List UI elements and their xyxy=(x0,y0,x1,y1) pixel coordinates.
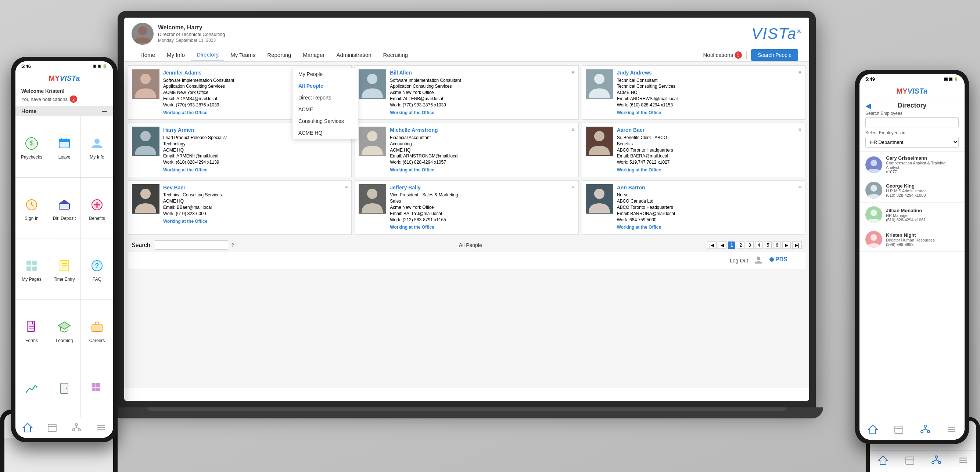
nav-administration[interactable]: Administration xyxy=(331,49,377,61)
tile-my-info[interactable]: My Info xyxy=(81,116,113,177)
person-card-7[interactable]: Jeffery Bally Vice President - Sales & M… xyxy=(355,180,578,234)
br-nav-menu-icon[interactable] xyxy=(958,455,968,467)
page-3-btn[interactable]: 3 xyxy=(746,241,754,249)
search-help-icon[interactable]: ? xyxy=(231,242,234,248)
person-info-8: Ann Barron Nurse ABCO Canada Ltd ABCO To… xyxy=(617,184,795,231)
svg-point-74 xyxy=(367,131,377,141)
r-nav-menu-icon[interactable] xyxy=(945,423,958,436)
person-card-6[interactable]: Bev Baer Technical Consulting Services A… xyxy=(128,180,352,234)
br-nav-home-icon[interactable] xyxy=(878,455,888,467)
r-nav-calendar-icon[interactable] xyxy=(892,423,905,436)
r-nav-org-icon[interactable] xyxy=(919,423,932,436)
tile-chart[interactable] xyxy=(16,361,48,417)
person-card-4[interactable]: Michelle Armstrong Financial Accountant … xyxy=(355,123,578,177)
tile-my-pages[interactable]: My Pages xyxy=(16,239,48,300)
page-prev-btn[interactable]: ◀ xyxy=(718,241,727,249)
myvista-logo: MYVISTa xyxy=(21,74,107,82)
page-6-btn[interactable]: 6 xyxy=(773,241,781,249)
dropdown-consulting-services[interactable]: Consulting Services xyxy=(293,115,358,127)
tile-forms[interactable]: Forms xyxy=(16,300,48,361)
dir-department-select[interactable]: HR Department All Departments xyxy=(865,137,959,147)
page-5-btn[interactable]: 5 xyxy=(764,241,772,249)
employee-item-kristen[interactable]: Kristen Night Director Human Resources (… xyxy=(859,227,964,252)
minimize-icon[interactable]: — xyxy=(102,108,107,114)
page-1-btn[interactable]: 1 xyxy=(728,241,736,249)
tile-learning[interactable]: Learning xyxy=(48,300,81,361)
person-title-7: Vice President - Sales & Marketing xyxy=(390,192,568,198)
person-name-4[interactable]: Michelle Armstrong xyxy=(390,127,568,134)
tile-benefits[interactable]: Benefits xyxy=(81,177,113,239)
person-name-7[interactable]: Jeffery Bally xyxy=(390,184,568,192)
employee-item-george[interactable]: George King H R M S Administrator (610) … xyxy=(859,178,964,203)
tile-leave[interactable]: Leave xyxy=(48,116,81,177)
notification-count[interactable]: 2 xyxy=(70,95,77,103)
person-card-2[interactable]: Judy Andrews Technical Consultant Techni… xyxy=(582,65,805,120)
tile-careers[interactable]: Careers xyxy=(81,300,113,361)
notifications-button[interactable]: Notifications 5 xyxy=(703,51,742,59)
card-menu-icon-6[interactable]: ≡ xyxy=(345,184,348,190)
tile-paychecks[interactable]: $ Paychecks xyxy=(16,116,48,177)
user-info: Welcome, Harry Director of Technical Con… xyxy=(132,23,225,45)
nav-reporting[interactable]: Reporting xyxy=(262,49,296,61)
r-nav-home-icon[interactable] xyxy=(866,423,879,436)
nav-directory[interactable]: Directory xyxy=(191,48,224,61)
card-menu-icon-2[interactable]: ≡ xyxy=(799,70,802,75)
tile-dir-deposit[interactable]: Dir. Deposit xyxy=(48,177,81,239)
nav-menu-icon[interactable] xyxy=(94,421,108,434)
dropdown-all-people[interactable]: All People xyxy=(293,80,358,92)
person-name-2[interactable]: Judy Andrews xyxy=(617,70,795,77)
person-photo-8 xyxy=(586,184,613,214)
dir-back-button[interactable]: ◀ xyxy=(865,101,871,110)
svg-line-113 xyxy=(933,460,936,461)
nav-home-icon[interactable] xyxy=(21,421,34,434)
person-card-1[interactable]: Bill Allen Software Implementation Consu… xyxy=(355,65,578,120)
nav-org-icon[interactable] xyxy=(70,421,83,434)
nav-my-teams[interactable]: My Teams xyxy=(225,49,261,61)
card-menu-icon-7[interactable]: ≡ xyxy=(571,184,574,190)
card-menu-icon-5[interactable]: ≡ xyxy=(799,127,802,133)
card-menu-icon-8[interactable]: ≡ xyxy=(799,184,802,190)
svg-marker-28 xyxy=(59,322,70,329)
employee-item-gary[interactable]: Gary Grisselmann Compensation Analyst & … xyxy=(859,152,964,178)
tile-faq[interactable]: ? FAQ xyxy=(81,239,113,300)
person-name-8[interactable]: Ann Barron xyxy=(617,184,795,192)
br-nav-calendar-icon[interactable] xyxy=(905,455,915,467)
tile-time-entry[interactable]: Time Entry xyxy=(48,239,81,300)
search-people-button[interactable]: Search People xyxy=(751,49,798,61)
dropdown-acme-hq[interactable]: ACME HQ xyxy=(293,127,358,139)
page-next-btn[interactable]: ▶ xyxy=(782,241,791,249)
dropdown-my-people[interactable]: My People xyxy=(293,68,358,80)
br-nav-org-icon[interactable] xyxy=(931,455,942,467)
person-name-6[interactable]: Bev Baer xyxy=(163,184,341,192)
person-dept-3: Technology xyxy=(163,141,341,147)
dir-search-input[interactable] xyxy=(865,117,959,127)
tile-grid2[interactable] xyxy=(81,361,113,417)
card-menu-icon-4[interactable]: ≡ xyxy=(571,127,574,133)
page-4-btn[interactable]: 4 xyxy=(755,241,763,249)
person-card-5[interactable]: Aaron Baer Sr. Benefits Clerk - ABCO Ben… xyxy=(582,123,805,177)
search-input[interactable] xyxy=(155,241,228,250)
svg-point-110 xyxy=(932,461,934,464)
person-name-1[interactable]: Bill Allen xyxy=(390,70,568,77)
person-dept-5: Benefits xyxy=(617,141,795,147)
person-card-8[interactable]: Ann Barron Nurse ABCO Canada Ltd ABCO To… xyxy=(582,180,805,234)
nav-manager[interactable]: Manager xyxy=(298,49,329,61)
nav-recruiting[interactable]: Recruiting xyxy=(378,49,414,61)
svg-marker-94 xyxy=(868,425,877,434)
dropdown-direct-reports[interactable]: Direct Reports xyxy=(293,92,358,103)
tile-door[interactable] xyxy=(48,361,81,417)
page-first-btn[interactable]: |◀ xyxy=(707,241,716,249)
nav-my-info[interactable]: My Info xyxy=(162,49,190,61)
nav-calendar-icon[interactable] xyxy=(46,421,59,434)
person-name-5[interactable]: Aaron Baer xyxy=(617,127,795,134)
emp-title-gary: Compensation Analyst & Training Analyst xyxy=(886,161,959,169)
employee-item-jillian[interactable]: Jillian Monatino HR Manager (610) 828-42… xyxy=(859,203,964,227)
svg-line-45 xyxy=(73,428,76,429)
logout-button[interactable]: Log Out xyxy=(730,258,748,263)
page-last-btn[interactable]: ▶| xyxy=(792,241,802,249)
card-menu-icon-1[interactable]: ≡ xyxy=(571,70,574,75)
tile-sign-in[interactable]: Sign In xyxy=(16,177,48,239)
page-2-btn[interactable]: 2 xyxy=(737,241,745,249)
nav-home[interactable]: Home xyxy=(135,49,160,61)
dropdown-acme[interactable]: ACME xyxy=(293,103,358,115)
